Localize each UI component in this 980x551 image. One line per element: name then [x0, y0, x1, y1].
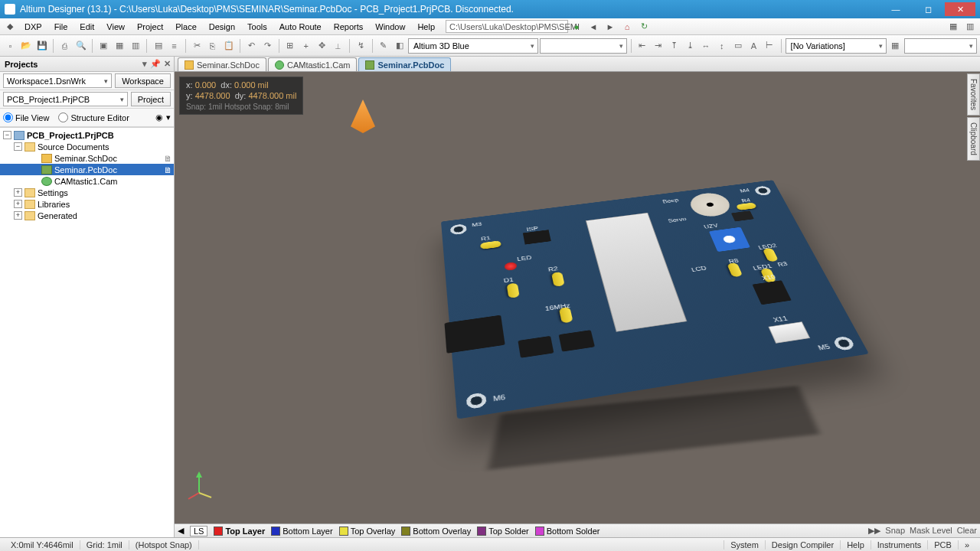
color-icon[interactable]: ▥	[963, 20, 977, 34]
align-right-icon[interactable]: ⇥	[651, 38, 665, 54]
tree-filter-icon[interactable]: ▾	[166, 112, 171, 122]
panel-close-icon[interactable]: ✕	[164, 59, 171, 69]
zoom-sel-icon[interactable]: ▥	[128, 38, 142, 54]
workspace-button[interactable]: Workspace	[115, 73, 171, 88]
status-pcb[interactable]: PCB	[927, 540, 958, 549]
layer-bottom[interactable]: Bottom Layer	[271, 527, 332, 536]
tree-pcbdoc[interactable]: Seminar.PcbDoc🗎	[0, 164, 174, 175]
workspace-dropdown[interactable]: Workspace1.DsnWrk	[3, 73, 112, 88]
nav-back-icon[interactable]: ◄	[586, 20, 600, 34]
board-icon[interactable]: ▤	[151, 38, 165, 54]
menu-dxp[interactable]: DXP	[18, 21, 48, 33]
layer-nav-left-icon[interactable]: ◀	[178, 526, 184, 536]
layer-top-overlay[interactable]: Top Overlay	[339, 527, 396, 536]
tree-schdoc[interactable]: Seminar.SchDoc🗎	[0, 152, 174, 164]
close-button[interactable]: ✕	[945, 2, 975, 16]
tab-cam[interactable]: CAMtastic1.Cam	[268, 57, 358, 71]
nav-refresh-icon[interactable]: ↻	[637, 20, 651, 34]
layers-icon[interactable]: ≡	[167, 38, 181, 54]
tree-source-documents[interactable]: −Source Documents	[0, 141, 174, 152]
project-tree[interactable]: −PCB_Project1.PrjPCB −Source Documents S…	[0, 127, 174, 537]
clear-button[interactable]: Clear	[957, 526, 977, 536]
color-scheme-combo[interactable]: Altium 3D Blue	[408, 38, 538, 54]
menu-place[interactable]: Place	[169, 21, 203, 33]
status-system[interactable]: System	[724, 540, 765, 549]
menu-edit[interactable]: Edit	[74, 21, 100, 33]
menu-view[interactable]: View	[100, 21, 131, 33]
structure-editor-radio[interactable]: Structure Editor	[58, 112, 129, 122]
variant-icon[interactable]: ▦	[888, 38, 903, 54]
sidetab-clipboard[interactable]: Clipboard	[967, 117, 980, 161]
layout-icon[interactable]: ▦	[946, 20, 960, 34]
highlight-icon[interactable]: ✎	[376, 38, 390, 54]
menu-help[interactable]: Help	[411, 21, 441, 33]
grid-icon[interactable]: ⊞	[283, 38, 298, 54]
save-icon[interactable]: 💾	[35, 38, 50, 54]
zoom-fit-icon[interactable]: ▦	[113, 38, 127, 54]
layer-set-button[interactable]: LS	[190, 526, 207, 536]
new-icon[interactable]: ▫	[3, 38, 18, 54]
menu-reports[interactable]: Reports	[328, 21, 370, 33]
distribute-h-icon[interactable]: ↔	[699, 38, 714, 54]
cross-probe-icon[interactable]: ↯	[354, 38, 368, 54]
tree-camdoc[interactable]: CAMtastic1.Cam	[0, 175, 174, 187]
cut-icon[interactable]: ✂	[190, 38, 204, 54]
measure-icon[interactable]: ⟂	[331, 38, 345, 54]
layer-bottom-solder[interactable]: Bottom Solder	[535, 527, 600, 536]
zoom-area-icon[interactable]: ▣	[96, 38, 111, 54]
tab-pcbdoc[interactable]: Seminar.PcbDoc	[358, 57, 451, 71]
file-view-radio[interactable]: File View	[3, 112, 49, 122]
filter-combo[interactable]	[540, 38, 627, 54]
panel-dropdown-icon[interactable]: ▾	[142, 59, 147, 69]
dxp-icon[interactable]: ◆	[3, 20, 17, 34]
open-icon[interactable]: 📂	[19, 38, 34, 54]
tree-generated[interactable]: +Generated	[0, 210, 174, 221]
move-icon[interactable]: ✥	[315, 38, 329, 54]
select-icon[interactable]: +	[299, 38, 313, 54]
snap-button[interactable]: Snap	[885, 526, 905, 536]
rect-icon[interactable]: ▭	[730, 38, 745, 54]
tree-cfg-icon[interactable]: ◉	[155, 112, 163, 122]
align-top-icon[interactable]: ⤒	[667, 38, 681, 54]
menu-file[interactable]: File	[48, 21, 74, 33]
dim-icon[interactable]: ⊢	[763, 38, 777, 54]
layer-nav-right-icon[interactable]: ▶▶	[868, 526, 880, 536]
extra-combo[interactable]	[904, 38, 977, 54]
projects-panel-header[interactable]: Projects ▾📌✕	[0, 57, 174, 72]
tab-schdoc[interactable]: Seminar.SchDoc	[178, 57, 266, 71]
copy-icon[interactable]: ⎘	[206, 38, 220, 54]
status-compiler[interactable]: Design Compiler	[765, 540, 840, 549]
panel-pin-icon[interactable]: 📌	[150, 59, 161, 69]
menu-tools[interactable]: Tools	[241, 21, 273, 33]
nav-fwd-icon[interactable]: ►	[603, 20, 617, 34]
tree-settings[interactable]: +Settings	[0, 187, 174, 198]
clear-hl-icon[interactable]: ◧	[392, 38, 407, 54]
menu-project[interactable]: Project	[131, 21, 169, 33]
minimize-button[interactable]: —	[880, 2, 911, 16]
align-bottom-icon[interactable]: ⤓	[683, 38, 697, 54]
menu-window[interactable]: Window	[369, 21, 411, 33]
layer-top-solder[interactable]: Top Solder	[477, 527, 529, 536]
variations-combo[interactable]: [No Variations]	[786, 38, 887, 54]
project-button[interactable]: Project	[131, 92, 171, 106]
distribute-v-icon[interactable]: ↕	[714, 38, 729, 54]
status-help[interactable]: Help	[840, 540, 871, 549]
menu-autoroute[interactable]: Auto Route	[273, 21, 328, 33]
pcb-3d-viewport[interactable]: x: 0.000 dx: 0.000 mil y: 4478.000 dy: 4…	[175, 72, 980, 523]
layer-top[interactable]: Top Layer	[214, 527, 265, 536]
text-icon[interactable]: A	[746, 38, 761, 54]
align-left-icon[interactable]: ⇤	[635, 38, 649, 54]
preview-icon[interactable]: 🔍	[74, 38, 88, 54]
status-menu-icon[interactable]: »	[958, 540, 975, 549]
project-dropdown[interactable]: PCB_Project1.PrjPCB	[3, 92, 128, 106]
mask-level-button[interactable]: Mask Level	[910, 526, 952, 536]
address-box[interactable]: C:\Users\Luka\Desktop\PMS\SEMI	[446, 20, 568, 33]
tree-project-root[interactable]: −PCB_Project1.PrjPCB	[0, 129, 174, 141]
status-instruments[interactable]: Instruments	[871, 540, 927, 549]
nav-go-icon[interactable]: ●	[570, 20, 583, 34]
nav-home-icon[interactable]: ⌂	[620, 20, 634, 34]
paste-icon[interactable]: 📋	[221, 38, 236, 54]
sidetab-favorites[interactable]: Favorites	[967, 73, 980, 116]
print-icon[interactable]: ⎙	[57, 38, 72, 54]
redo-icon[interactable]: ↷	[260, 38, 275, 54]
